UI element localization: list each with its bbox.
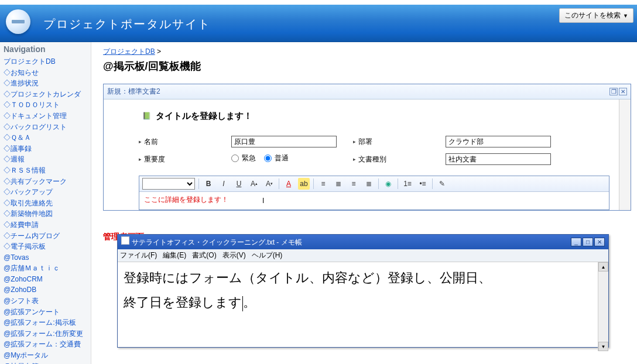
bold-button[interactable]: B bbox=[203, 178, 214, 190]
nav-heading: Navigation bbox=[4, 44, 87, 54]
sidebar-item-9[interactable]: ◇週報 bbox=[4, 154, 87, 165]
label-priority: 重要度 bbox=[139, 153, 221, 165]
breadcrumb-separator: > bbox=[157, 47, 161, 56]
menu-edit[interactable]: 編集(E) bbox=[163, 250, 186, 260]
form-title-ribbon: 📗 タイトルを登録します！ bbox=[139, 107, 396, 125]
notepad-titlebar[interactable]: サテライトオフィス・クイックラーニング.txt - メモ帳 _ □ ✕ bbox=[118, 235, 608, 249]
notepad-scrollbar[interactable]: ▲ ▼ bbox=[598, 262, 608, 351]
sidebar-navigation: Navigation プロジェクトDB◇お知らせ◇進捗状況◇プロジェクトカレンダ… bbox=[0, 42, 91, 364]
align-left-button[interactable]: ≡ bbox=[317, 178, 329, 190]
rte-body[interactable]: ここに詳細を登録します！ I bbox=[139, 192, 609, 210]
sidebar-item-8[interactable]: ◇議事録 bbox=[4, 143, 87, 154]
site-logo bbox=[6, 9, 30, 34]
notepad-line2: 終了日を登録します bbox=[124, 295, 242, 310]
ribbon-title: タイトルを登録します！ bbox=[156, 111, 252, 122]
menu-help[interactable]: ヘルプ(H) bbox=[252, 250, 283, 260]
sidebar-item-26[interactable]: @拡張フォーム：交通費 bbox=[4, 339, 87, 350]
dropdown-caret-icon: ▼ bbox=[623, 13, 628, 19]
sidebar-item-25[interactable]: @拡張フォーム:住所変更 bbox=[4, 328, 87, 339]
rich-text-editor: B I U A▴ A▾ A ab ≡ ≣ ≡ ≣ bbox=[139, 176, 609, 210]
font-select[interactable] bbox=[142, 178, 195, 190]
ordered-list-button[interactable]: 1≡ bbox=[402, 178, 413, 190]
sidebar-item-4[interactable]: ◇ＴＯＤＯリスト bbox=[4, 99, 87, 111]
input-name[interactable] bbox=[231, 136, 337, 147]
italic-button[interactable]: I bbox=[218, 178, 230, 190]
scroll-up-icon[interactable]: ▲ bbox=[598, 262, 608, 272]
insert-link-button[interactable]: ◉ bbox=[382, 178, 394, 190]
sidebar-item-0[interactable]: プロジェクトDB bbox=[4, 56, 87, 67]
menu-view[interactable]: 表示(V) bbox=[222, 250, 246, 260]
sidebar-item-22[interactable]: @シフト表 bbox=[4, 296, 87, 307]
notepad-window: サテライトオフィス・クイックラーニング.txt - メモ帳 _ □ ✕ ファイル… bbox=[117, 234, 609, 348]
scroll-down-icon[interactable]: ▼ bbox=[598, 342, 608, 351]
menu-format[interactable]: 書式(O) bbox=[192, 250, 216, 260]
site-search-label: このサイトを検索 bbox=[564, 11, 621, 20]
underline-button[interactable]: U bbox=[233, 178, 245, 190]
sidebar-item-1[interactable]: ◇お知らせ bbox=[4, 67, 87, 78]
input-department[interactable] bbox=[446, 136, 551, 147]
highlight-button[interactable]: ab bbox=[298, 178, 310, 190]
align-right-button[interactable]: ≡ bbox=[348, 178, 359, 190]
page-title: @掲示板/回覧板機能 bbox=[103, 59, 631, 73]
sidebar-item-23[interactable]: @拡張アンケート bbox=[4, 307, 87, 318]
sidebar-item-20[interactable]: @ZohoCRM bbox=[4, 274, 87, 285]
subscript-button[interactable]: A▾ bbox=[263, 178, 275, 190]
maximize-icon[interactable]: □ bbox=[583, 238, 593, 246]
sidebar-item-3[interactable]: ◇プロジェクトカレンダ bbox=[4, 89, 87, 100]
site-title: プロジェクトポータルサイト bbox=[43, 16, 211, 32]
sidebar-item-24[interactable]: @拡張フォーム:掲示板 bbox=[4, 317, 87, 328]
label-name: 名前 bbox=[139, 136, 221, 147]
notepad-line1: 登録時にはフォーム（タイトル、内容など）登録し、公開日、 bbox=[124, 270, 491, 285]
menu-file[interactable]: ファイル(F) bbox=[120, 250, 157, 260]
notepad-menubar: ファイル(F) 編集(E) 書式(O) 表示(V) ヘルプ(H) bbox=[118, 249, 608, 262]
notepad-text-area[interactable]: 登録時にはフォーム（タイトル、内容など）登録し、公開日、 終了日を登録します。 bbox=[118, 262, 598, 351]
sidebar-item-7[interactable]: ◇Ｑ＆Ａ bbox=[4, 132, 87, 143]
rte-toolbar: B I U A▴ A▾ A ab ≡ ≣ ≡ ≣ bbox=[139, 176, 609, 192]
sidebar-item-5[interactable]: ◇ドキュメント管理 bbox=[4, 111, 87, 122]
sidebar-item-21[interactable]: @ZohoDB bbox=[4, 284, 87, 296]
align-center-button[interactable]: ≣ bbox=[333, 178, 344, 190]
close-icon[interactable]: ✕ bbox=[594, 238, 605, 246]
site-search-button[interactable]: このサイトを検索 ▼ bbox=[559, 8, 633, 23]
sidebar-item-6[interactable]: ◇バックログリスト bbox=[4, 122, 87, 133]
sidebar-item-16[interactable]: ◇チーム内ブログ bbox=[4, 231, 87, 242]
superscript-button[interactable]: A▴ bbox=[248, 178, 260, 190]
breadcrumb: プロジェクトDB > bbox=[103, 47, 631, 57]
form-panel: 新規：標準文書2 ❐ ✕ 📗 タイトルを登録します！ bbox=[103, 84, 631, 211]
edit-misc-button[interactable]: ✎ bbox=[436, 178, 448, 190]
font-color-button[interactable]: A bbox=[283, 178, 294, 190]
align-justify-button[interactable]: ≣ bbox=[363, 178, 375, 190]
notepad-caret bbox=[242, 296, 243, 311]
sidebar-item-19[interactable]: @店舗Ｍａｔｉｃ bbox=[4, 263, 87, 274]
panel-popout-icon[interactable]: ❐ bbox=[609, 88, 618, 95]
label-department: 部署 bbox=[353, 136, 435, 147]
notepad-title-text: サテライトオフィス・クイックラーニング.txt - メモ帳 bbox=[132, 238, 302, 246]
sidebar-item-14[interactable]: ◇新築物件地図 bbox=[4, 208, 87, 219]
input-doctype[interactable] bbox=[446, 153, 551, 165]
minimize-icon[interactable]: _ bbox=[571, 238, 581, 246]
text-cursor-icon: I bbox=[262, 197, 264, 205]
sidebar-item-27[interactable]: @Myポータル bbox=[4, 350, 87, 361]
site-header: プロジェクトポータルサイト このサイトを検索 ▼ bbox=[0, 0, 637, 42]
panel-title: 新規：標準文書2 bbox=[107, 87, 160, 97]
breadcrumb-link[interactable]: プロジェクトDB bbox=[103, 47, 155, 56]
sidebar-item-18[interactable]: @Tovas bbox=[4, 252, 87, 263]
sidebar-item-15[interactable]: ◇経費申請 bbox=[4, 219, 87, 231]
form-grid: 名前 部署 重要度 緊急 普通 文書種別 bbox=[139, 136, 609, 165]
rte-placeholder-text: ここに詳細を登録します！ bbox=[144, 195, 228, 204]
sidebar-item-17[interactable]: ◇電子掲示板 bbox=[4, 241, 87, 252]
sidebar-item-13[interactable]: ◇取引先連絡先 bbox=[4, 198, 87, 209]
sidebar-item-10[interactable]: ◇ＲＳＳ情報 bbox=[4, 165, 87, 176]
sidebar-item-28[interactable]: @社員名簿 bbox=[4, 361, 87, 364]
sidebar-item-2[interactable]: ◇進捗状況 bbox=[4, 78, 87, 89]
priority-radios: 緊急 普通 bbox=[231, 153, 343, 165]
panel-scrollbar[interactable] bbox=[619, 99, 631, 210]
radio-normal[interactable]: 普通 bbox=[264, 154, 289, 162]
unordered-list-button[interactable]: •≡ bbox=[417, 178, 429, 190]
radio-urgent[interactable]: 緊急 bbox=[231, 154, 256, 162]
label-doctype: 文書種別 bbox=[353, 153, 435, 165]
panel-close-icon[interactable]: ✕ bbox=[619, 88, 627, 95]
sidebar-item-12[interactable]: ◇バックアップ bbox=[4, 187, 87, 198]
sidebar-item-11[interactable]: ◇共有ブックマーク bbox=[4, 176, 87, 187]
ribbon-book-icon: 📗 bbox=[142, 112, 151, 120]
